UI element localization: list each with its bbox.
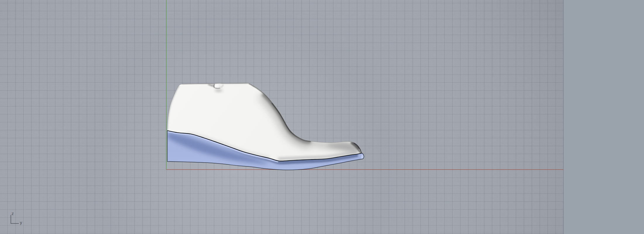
svg-text:z: z (12, 211, 14, 216)
svg-text:y: y (20, 220, 22, 225)
